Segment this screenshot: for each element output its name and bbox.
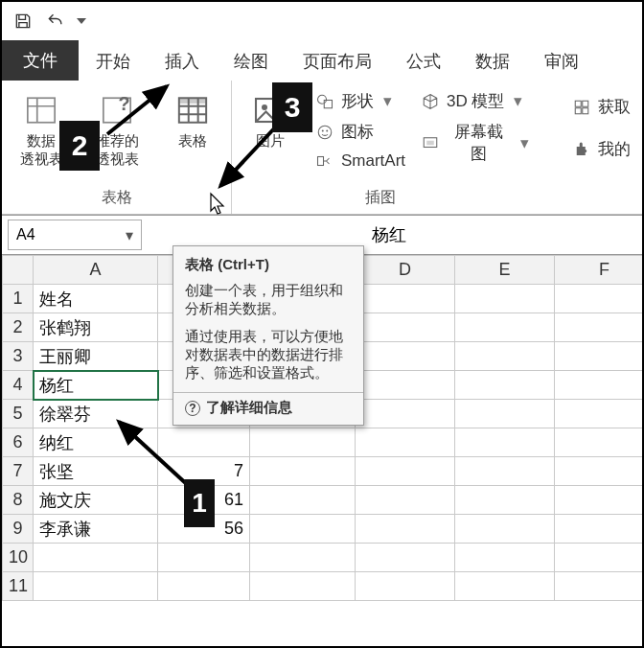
row-header[interactable]: 7: [3, 457, 34, 486]
cell[interactable]: 姓名: [34, 285, 158, 313]
cell[interactable]: [455, 572, 555, 601]
shapes-icon: [314, 93, 335, 110]
cell[interactable]: [555, 400, 645, 428]
svg-point-7: [318, 95, 327, 104]
cell[interactable]: [356, 371, 455, 400]
row-header[interactable]: 5: [3, 400, 34, 428]
table-row[interactable]: 6纳红: [3, 428, 645, 457]
row-header[interactable]: 8: [3, 486, 34, 515]
cell[interactable]: [250, 515, 356, 544]
group-tables-label: 表格: [2, 188, 231, 208]
puzzle-icon: [571, 141, 592, 158]
shapes-button[interactable]: 形状▾: [314, 90, 392, 112]
tab-layout[interactable]: 页面布局: [286, 40, 389, 81]
smartart-button[interactable]: SmartArt: [314, 151, 405, 171]
formula-bar-value: 杨红: [372, 225, 406, 244]
cell[interactable]: [455, 400, 555, 428]
3d-model-button[interactable]: 3D 模型▾: [420, 90, 522, 112]
cell[interactable]: [555, 457, 645, 486]
cell[interactable]: [455, 428, 555, 457]
col-F[interactable]: F: [555, 256, 645, 285]
cell[interactable]: [555, 371, 645, 400]
cell[interactable]: [250, 486, 356, 515]
tab-data[interactable]: 数据: [458, 40, 527, 81]
row-header[interactable]: 4: [3, 371, 34, 400]
table-row[interactable]: 10: [3, 544, 645, 572]
tab-draw[interactable]: 绘图: [217, 40, 286, 81]
cell[interactable]: 李承谦: [34, 515, 158, 544]
cell[interactable]: [250, 428, 356, 457]
cell[interactable]: [356, 486, 455, 515]
cell[interactable]: [356, 285, 455, 313]
tab-file[interactable]: 文件: [2, 40, 79, 81]
table-row[interactable]: 7张坚7: [3, 457, 645, 486]
svg-rect-17: [575, 107, 581, 113]
tab-insert[interactable]: 插入: [148, 40, 217, 81]
tab-review[interactable]: 审阅: [527, 40, 596, 81]
cell[interactable]: 张鹤翔: [34, 313, 158, 342]
cell[interactable]: [356, 428, 455, 457]
cell[interactable]: [356, 544, 455, 572]
cell[interactable]: [455, 285, 555, 313]
row-header[interactable]: 6: [3, 428, 34, 457]
cell[interactable]: [555, 544, 645, 572]
cell[interactable]: [356, 342, 455, 371]
undo-icon[interactable]: [44, 10, 67, 33]
cell[interactable]: [250, 457, 356, 486]
cell[interactable]: [555, 486, 645, 515]
cell[interactable]: [158, 572, 250, 601]
cell[interactable]: [455, 544, 555, 572]
screenshot-button[interactable]: 屏幕截图▾: [420, 121, 529, 165]
row-header[interactable]: 11: [3, 572, 34, 601]
my-addins-button[interactable]: 我的: [571, 138, 631, 160]
cell[interactable]: [250, 544, 356, 572]
col-E[interactable]: E: [455, 256, 555, 285]
cell[interactable]: [455, 486, 555, 515]
shapes-label: 形状: [341, 90, 374, 112]
chevron-down-icon[interactable]: ▾: [126, 226, 133, 244]
formula-bar[interactable]: 杨红: [142, 223, 642, 246]
row-header[interactable]: 1: [3, 285, 34, 313]
tab-formula[interactable]: 公式: [389, 40, 458, 81]
cell[interactable]: [555, 428, 645, 457]
get-addins-button[interactable]: 获取: [571, 96, 631, 118]
row-header[interactable]: 3: [3, 342, 34, 371]
col-A[interactable]: A: [34, 256, 158, 285]
cell[interactable]: [455, 371, 555, 400]
cell[interactable]: [356, 313, 455, 342]
cell[interactable]: [555, 285, 645, 313]
table-row[interactable]: 11: [3, 572, 645, 601]
cell[interactable]: [555, 515, 645, 544]
svg-point-9: [318, 126, 332, 139]
cell[interactable]: [356, 400, 455, 428]
qat-dropdown-icon[interactable]: [77, 10, 86, 33]
cell[interactable]: [455, 313, 555, 342]
tab-home[interactable]: 开始: [79, 40, 148, 81]
icons-button[interactable]: 图标: [314, 121, 374, 143]
table-row[interactable]: 8施文庆61: [3, 486, 645, 515]
cell[interactable]: [455, 457, 555, 486]
cell[interactable]: [356, 457, 455, 486]
cell[interactable]: [555, 342, 645, 371]
cell[interactable]: [455, 342, 555, 371]
row-header[interactable]: 9: [3, 515, 34, 544]
col-D[interactable]: D: [356, 256, 455, 285]
cell[interactable]: [455, 515, 555, 544]
cell[interactable]: [250, 572, 356, 601]
row-header[interactable]: 10: [3, 544, 34, 572]
svg-rect-12: [318, 157, 324, 166]
cell[interactable]: [555, 313, 645, 342]
cell[interactable]: [34, 544, 158, 572]
cell[interactable]: 杨红: [34, 371, 158, 400]
cell[interactable]: 王丽卿: [34, 342, 158, 371]
cell[interactable]: [356, 515, 455, 544]
group-addins: 获取 我的: [567, 81, 644, 214]
save-icon[interactable]: [12, 10, 34, 33]
cell[interactable]: [34, 572, 158, 601]
cell[interactable]: [158, 544, 250, 572]
row-header[interactable]: 2: [3, 313, 34, 342]
cell[interactable]: [356, 572, 455, 601]
table-row[interactable]: 9李承谦56: [3, 515, 645, 544]
name-box[interactable]: A4 ▾: [8, 220, 142, 250]
cell[interactable]: [555, 572, 645, 601]
